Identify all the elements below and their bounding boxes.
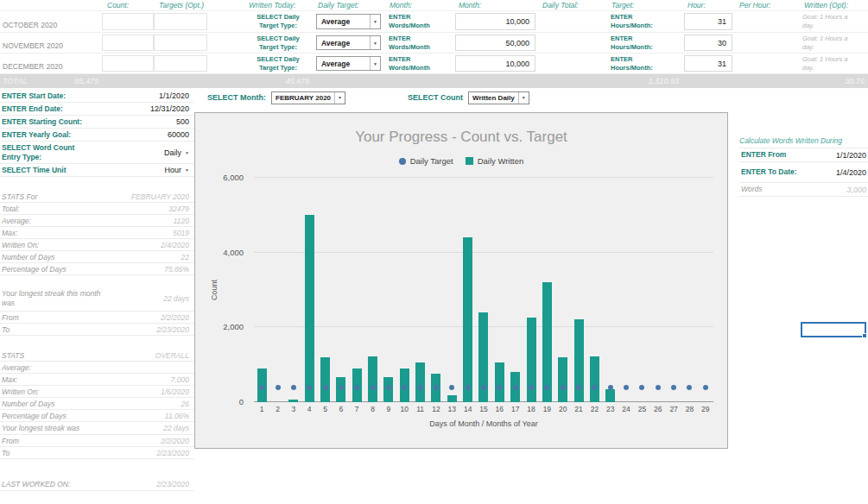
daily-written-bar[interactable] [590, 356, 599, 402]
words-month-input[interactable]: 10,000 [455, 13, 535, 30]
daily-written-bar[interactable] [495, 362, 504, 402]
stat-row: Average:1120 [0, 215, 194, 227]
daily-target-point[interactable] [323, 385, 328, 390]
total-cell: TOTAL85,479 [0, 77, 102, 85]
daily-target-point[interactable] [703, 385, 708, 390]
start-date-input[interactable]: 1/1/2020 [159, 91, 189, 100]
chart-day-slot [301, 178, 317, 402]
count-input-cell[interactable] [102, 35, 154, 51]
month-row-november: NOVEMBER 2020 SELECT DailyTarget Type: A… [0, 33, 868, 54]
goal-note: Goal: 1 Hours aday. [799, 11, 868, 32]
daily-target-point[interactable] [339, 385, 344, 390]
spacer [0, 336, 194, 350]
progress-chart[interactable]: Your Progress - Count vs. Target Daily T… [194, 112, 728, 449]
y-tick-label: 0 [239, 397, 244, 406]
end-date-input[interactable]: 12/31/2020 [150, 104, 189, 113]
words-month-input[interactable]: 50,000 [455, 35, 535, 51]
streak-to-row: To2/23/2020 [0, 324, 194, 336]
daily-target-point[interactable] [402, 385, 407, 390]
daily-target-point[interactable] [386, 385, 391, 390]
x-tick-label: 23 [603, 405, 618, 413]
streak-from-row: From2/2/2020 [0, 435, 194, 447]
spacer [0, 275, 194, 287]
hours-month-input[interactable]: 31 [684, 13, 732, 30]
words-month-input[interactable]: 10,000 [455, 55, 535, 72]
daily-target-point[interactable] [608, 385, 613, 390]
daily-target-point[interactable] [291, 385, 296, 390]
x-tick-label: 3 [286, 405, 301, 413]
col-header-written-opt: Written (Opt): [799, 1, 868, 10]
targets-input-cell[interactable] [154, 35, 207, 51]
time-unit-dropdown[interactable]: Hour▼ [165, 166, 189, 174]
daily-written-bar[interactable] [320, 357, 330, 402]
daily-written-bar[interactable] [415, 362, 425, 402]
chart-day-slot [396, 178, 412, 402]
hours-month-input[interactable]: 30 [684, 35, 732, 51]
spacer [0, 459, 194, 478]
daily-target-point[interactable] [481, 385, 486, 390]
target-type-dropdown[interactable]: Average▼ [316, 35, 381, 50]
daily-written-bar[interactable] [368, 356, 377, 402]
starting-count-input[interactable]: 500 [176, 117, 189, 126]
daily-target-point[interactable] [276, 385, 281, 390]
select-month-label: SELECT Month: [207, 93, 266, 102]
chart-day-slot [254, 178, 269, 402]
daily-target-point[interactable] [513, 385, 518, 390]
daily-target-point[interactable] [259, 385, 264, 390]
selected-cell[interactable] [801, 322, 866, 337]
targets-input-cell[interactable] [154, 55, 207, 72]
daily-written-bar[interactable] [305, 215, 314, 402]
count-input-cell[interactable] [102, 13, 154, 30]
daily-written-legend-label: Daily Written [478, 156, 524, 166]
chevron-down-icon: ▼ [370, 15, 380, 28]
daily-written-bar[interactable] [463, 237, 472, 402]
corner-cell [0, 9, 102, 10]
daily-target-point[interactable] [354, 385, 359, 390]
x-tick-label: 5 [317, 405, 333, 413]
x-tick-label: 18 [523, 405, 539, 413]
daily-target-point[interactable] [497, 385, 502, 390]
daily-target-point[interactable] [656, 385, 661, 390]
x-tick-label: 22 [586, 405, 602, 413]
hours-month-input[interactable]: 31 [684, 55, 732, 72]
daily-target-point[interactable] [576, 385, 581, 390]
col-header-written-today: Written Today: [244, 1, 313, 10]
enter-words-month-label: ENTERWords/Month [384, 54, 453, 73]
x-tick-label: 27 [666, 405, 681, 413]
enter-hours-month-label: ENTERHours/Month: [606, 33, 682, 53]
target-type-dropdown[interactable]: Average▼ [316, 56, 381, 71]
chart-legend: Daily Target Daily Written [195, 156, 727, 166]
from-date-input[interactable]: 1/1/2020 [836, 151, 866, 160]
daily-target-point[interactable] [687, 385, 692, 390]
streak-to-row: To2/23/2020 [0, 447, 194, 459]
daily-target-point[interactable] [418, 385, 423, 390]
daily-target-point[interactable] [561, 385, 566, 390]
to-date-input[interactable]: 1/4/2020 [836, 168, 866, 177]
daily-target-point[interactable] [449, 385, 454, 390]
daily-target-point[interactable] [434, 385, 439, 390]
daily-written-bar[interactable] [288, 400, 298, 402]
daily-target-point[interactable] [371, 385, 376, 390]
targets-input-cell[interactable] [154, 13, 207, 30]
daily-written-bar[interactable] [447, 395, 457, 402]
stat-row: Number of Days22 [0, 251, 194, 263]
daily-written-bar[interactable] [605, 389, 615, 402]
yearly-goal-input[interactable]: 60000 [168, 130, 189, 139]
daily-target-point[interactable] [307, 385, 312, 390]
daily-target-point[interactable] [624, 385, 629, 390]
x-tick-label: 10 [396, 405, 412, 413]
daily-target-point[interactable] [466, 385, 471, 390]
field-label: ENTER Yearly Goal: [2, 130, 71, 139]
entry-type-dropdown[interactable]: Daily▼ [164, 148, 189, 157]
daily-target-point[interactable] [639, 385, 644, 390]
select-count-label: SELECT Count [408, 93, 463, 102]
count-select[interactable]: Written Daily▼ [468, 91, 529, 104]
daily-target-point[interactable] [671, 385, 676, 390]
chevron-down-icon: ▼ [370, 57, 380, 70]
target-type-dropdown[interactable]: Average▼ [316, 14, 381, 29]
count-input-cell[interactable] [102, 55, 154, 72]
daily-written-bar[interactable] [558, 357, 567, 402]
field-row-start-date: ENTER Start Date:1/1/2020 [0, 90, 194, 103]
daily-target-point[interactable] [529, 385, 534, 390]
month-select[interactable]: FEBRUARY 2020▼ [271, 91, 345, 104]
